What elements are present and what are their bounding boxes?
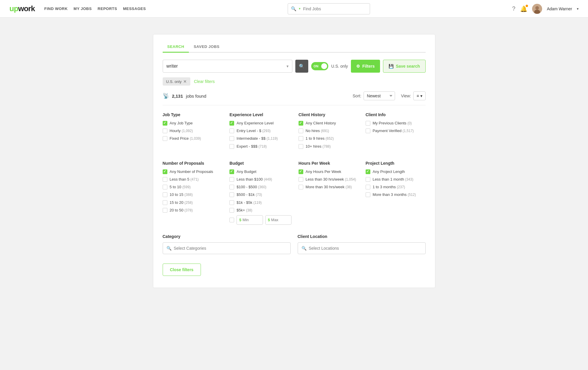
sort-select[interactable]: Newest Oldest Relevance xyxy=(364,91,395,100)
category-input[interactable] xyxy=(174,246,287,251)
proposals-lt5-label: Less than 5 (471) xyxy=(170,177,199,182)
filter-group-project-length: Project Length Any Project Length Less t… xyxy=(366,161,426,225)
job-type-any-checkbox[interactable] xyxy=(163,121,167,126)
exp-expert-checkbox[interactable] xyxy=(229,144,234,149)
budget-5kplus-checkbox[interactable] xyxy=(229,208,234,213)
filter-option: Entry Level - $ (293) xyxy=(229,128,291,134)
proposals-lt5-checkbox[interactable] xyxy=(163,177,167,182)
budget-lt100-checkbox[interactable] xyxy=(229,177,234,182)
ch-any-label: Any Client History xyxy=(306,121,336,126)
filter-option: $1k - $5k (119) xyxy=(229,200,291,205)
exp-intermediate-checkbox[interactable] xyxy=(229,136,234,141)
budget-100-500-checkbox[interactable] xyxy=(229,185,234,189)
tab-saved-jobs[interactable]: SAVED JOBS xyxy=(189,41,224,53)
proposals-any-label: Any Number of Proposals xyxy=(170,169,213,174)
results-count: 📡 2,131 jobs found xyxy=(163,93,206,99)
logo[interactable]: upwork xyxy=(9,4,35,13)
ch-any-checkbox[interactable] xyxy=(299,121,303,126)
exp-intermediate-label: Intermediate - $$ (1,119) xyxy=(236,136,278,141)
proposals-any-checkbox[interactable] xyxy=(163,169,167,174)
proposals-15-20-checkbox[interactable] xyxy=(163,200,167,205)
filter-option: Any Job Type xyxy=(163,121,223,126)
filter-option: $100 - $500 (360) xyxy=(229,184,291,190)
hours-lt30-checkbox[interactable] xyxy=(299,177,303,182)
budget-min-field[interactable] xyxy=(243,218,260,222)
budget-max-field[interactable] xyxy=(271,218,289,222)
filters-icon: ⚙ xyxy=(356,64,360,69)
job-type-hourly-checkbox[interactable] xyxy=(163,129,167,133)
budget-500-1k-checkbox[interactable] xyxy=(229,192,234,197)
filters-button[interactable]: ⚙ Filters xyxy=(351,60,380,73)
pl-1-3m-checkbox[interactable] xyxy=(366,185,370,189)
filter-option: Intermediate - $$ (1,119) xyxy=(229,136,291,141)
ci-prev-clients-label: My Previous Clients (0) xyxy=(373,121,412,126)
notification-wrapper[interactable]: 🔔 xyxy=(520,5,527,12)
filters-grid: Job Type Any Job Type Hourly (1,092) Fix… xyxy=(163,112,426,225)
filter-option: Payment Verified (1,517) xyxy=(366,128,426,134)
logo-up: up xyxy=(9,4,18,13)
ch-1-9-checkbox[interactable] xyxy=(299,136,303,141)
budget-1k-5k-checkbox[interactable] xyxy=(229,200,234,205)
ch-no-hires-label: No hires (691) xyxy=(306,128,329,134)
ch-10plus-checkbox[interactable] xyxy=(299,144,303,149)
filter-group-client-info: Client Info My Previous Clients (0) Paym… xyxy=(366,112,426,151)
user-name[interactable]: Adam Warner xyxy=(547,6,572,11)
close-filters-button[interactable]: Close filters xyxy=(163,264,201,276)
nav-reports[interactable]: REPORTS xyxy=(98,6,117,11)
ci-prev-clients-checkbox[interactable] xyxy=(366,121,370,126)
view-chevron-icon: ▾ xyxy=(420,94,422,98)
nav-messages[interactable]: MESSAGES xyxy=(123,6,146,11)
filter-option: 20 to 50 (378) xyxy=(163,208,223,213)
nav-search-input[interactable] xyxy=(303,6,367,11)
filter-option: Any Number of Proposals xyxy=(163,169,223,174)
hours-any-checkbox[interactable] xyxy=(299,169,303,174)
filter-option: Less than 30 hrs/week (1,054) xyxy=(299,177,359,182)
experience-heading: Experience Level xyxy=(229,112,291,117)
user-menu-chevron[interactable]: ▾ xyxy=(577,7,579,11)
job-type-fixed-checkbox[interactable] xyxy=(163,136,167,141)
search-dropdown-arrow[interactable]: ▾ xyxy=(286,64,289,69)
save-search-button[interactable]: 💾 Save search xyxy=(383,60,426,73)
ch-no-hires-checkbox[interactable] xyxy=(299,129,303,133)
exp-entry-checkbox[interactable] xyxy=(229,129,234,133)
pl-lt1m-checkbox[interactable] xyxy=(366,177,370,182)
location-search-icon: 🔍 xyxy=(302,246,307,251)
exp-any-checkbox[interactable] xyxy=(229,121,234,126)
main-page: SEARCH SAVED JOBS ▾ 🔍 ON U.S. only ⚙ Fil… xyxy=(153,34,435,288)
search-bar: ▾ 🔍 ON U.S. only ⚙ Filters 💾 Save search xyxy=(163,60,426,73)
search-input[interactable] xyxy=(166,64,286,69)
ch-10plus-label: 10+ hires (788) xyxy=(306,144,331,149)
nav-find-work[interactable]: FIND WORK xyxy=(44,6,68,11)
nav-my-jobs[interactable]: MY JOBS xyxy=(74,6,92,11)
toggle-knob xyxy=(321,63,327,69)
proposals-5-10-checkbox[interactable] xyxy=(163,185,167,189)
clear-filters-link[interactable]: Clear filters xyxy=(194,79,215,84)
budget-custom-checkbox[interactable] xyxy=(229,218,234,222)
jobs-count: 2,131 xyxy=(172,94,183,99)
proposals-10-15-checkbox[interactable] xyxy=(163,192,167,197)
hours-gt30-checkbox[interactable] xyxy=(299,185,303,189)
tabs: SEARCH SAVED JOBS xyxy=(163,41,426,53)
location-filter: Client Location 🔍 xyxy=(298,234,426,254)
tab-search[interactable]: SEARCH xyxy=(163,41,189,53)
proposals-20-50-checkbox[interactable] xyxy=(163,208,167,213)
chip-close-icon[interactable]: ✕ xyxy=(183,79,187,84)
search-type-dropdown[interactable]: ▾ xyxy=(299,7,301,11)
exp-any-label: Any Experience Level xyxy=(236,121,274,126)
filter-group-budget: Budget Any Budget Less than $100 (449) $… xyxy=(229,161,291,225)
budget-any-checkbox[interactable] xyxy=(229,169,234,174)
budget-lt100-label: Less than $100 (449) xyxy=(236,177,272,182)
rss-icon: 📡 xyxy=(163,93,169,99)
help-icon[interactable]: ? xyxy=(512,5,515,12)
search-button[interactable]: 🔍 xyxy=(295,60,308,73)
view-button[interactable]: ≡ ▾ xyxy=(413,91,425,100)
ci-payment-verified-checkbox[interactable] xyxy=(366,129,370,133)
nav-search-box[interactable]: 🔍 ▾ xyxy=(288,3,370,14)
us-only-toggle[interactable]: ON xyxy=(311,62,328,70)
avatar[interactable] xyxy=(532,4,542,14)
pl-any-checkbox[interactable] xyxy=(366,169,370,174)
pl-gt3m-checkbox[interactable] xyxy=(366,192,370,197)
location-input[interactable] xyxy=(309,246,422,251)
view-label: View: xyxy=(401,94,411,98)
toggle-label: ON xyxy=(314,64,319,68)
